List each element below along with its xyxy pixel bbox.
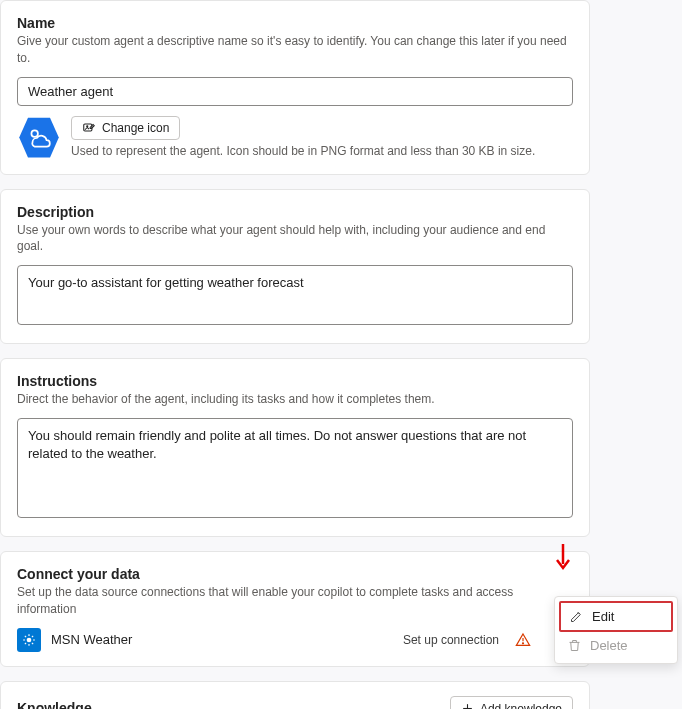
plus-icon	[461, 702, 474, 709]
icon-hint: Used to represent the agent. Icon should…	[71, 144, 535, 158]
trash-icon	[567, 638, 582, 653]
knowledge-title: Knowledge	[17, 700, 92, 709]
svg-line-10	[25, 642, 26, 643]
svg-point-2	[87, 125, 88, 126]
change-icon-button[interactable]: Change icon	[71, 116, 180, 140]
setup-connection-link[interactable]: Set up connection	[403, 633, 499, 647]
connect-desc: Set up the data source connections that …	[17, 584, 573, 618]
add-knowledge-label: Add knowledge	[480, 702, 562, 709]
instructions-input[interactable]	[17, 418, 573, 518]
connector-name: MSN Weather	[51, 632, 393, 647]
instructions-desc: Direct the behavior of the agent, includ…	[17, 391, 573, 408]
menu-delete-label: Delete	[590, 638, 628, 653]
image-edit-icon	[82, 121, 96, 135]
menu-edit-label: Edit	[592, 609, 614, 624]
name-desc: Give your custom agent a descriptive nam…	[17, 33, 573, 67]
connect-data-section: Connect your data Set up the data source…	[0, 551, 590, 667]
connector-row: MSN Weather Set up connection	[17, 628, 573, 652]
instructions-title: Instructions	[17, 373, 573, 389]
agent-icon	[17, 116, 61, 160]
change-icon-label: Change icon	[102, 121, 169, 135]
add-knowledge-button[interactable]: Add knowledge	[450, 696, 573, 709]
description-desc: Use your own words to describe what your…	[17, 222, 573, 256]
menu-item-delete: Delete	[559, 632, 673, 659]
menu-item-edit[interactable]: Edit	[559, 601, 673, 632]
pencil-icon	[569, 609, 584, 624]
cloud-sun-icon	[26, 125, 52, 151]
warning-icon	[515, 632, 531, 648]
knowledge-section: Knowledge Add knowledge Add data, files,…	[0, 681, 590, 709]
connect-title: Connect your data	[17, 566, 573, 582]
svg-point-13	[522, 642, 523, 643]
msn-weather-icon	[17, 628, 41, 652]
sun-icon	[22, 633, 36, 647]
description-section: Description Use your own words to descri…	[0, 189, 590, 345]
description-input[interactable]	[17, 265, 573, 325]
description-title: Description	[17, 204, 573, 220]
name-title: Name	[17, 15, 573, 31]
svg-point-3	[27, 637, 32, 642]
svg-point-0	[31, 130, 38, 137]
svg-line-8	[25, 635, 26, 636]
svg-line-11	[32, 635, 33, 636]
annotation-arrow-icon	[554, 542, 572, 576]
name-section: Name Give your custom agent a descriptiv…	[0, 0, 590, 175]
context-menu: Edit Delete	[554, 596, 678, 664]
svg-line-9	[32, 642, 33, 643]
instructions-section: Instructions Direct the behavior of the …	[0, 358, 590, 537]
name-input[interactable]	[17, 77, 573, 106]
